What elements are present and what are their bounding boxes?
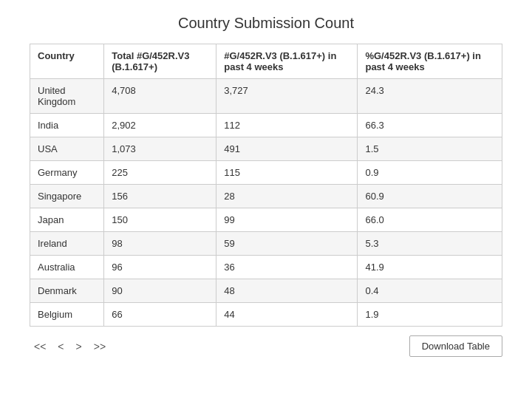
cell-total: 98 xyxy=(104,232,216,256)
cell-count4w: 99 xyxy=(216,208,358,232)
cell-total: 150 xyxy=(104,208,216,232)
cell-total: 225 xyxy=(104,161,216,185)
page-title: Country Submission Count xyxy=(178,15,354,32)
cell-count4w: 36 xyxy=(216,256,358,279)
cell-country: Ireland xyxy=(30,232,104,256)
pagination-prev-button[interactable]: < xyxy=(53,338,68,355)
cell-country: India xyxy=(30,114,104,137)
cell-count4w: 28 xyxy=(216,185,358,208)
table-row: Singapore1562860.9 xyxy=(30,185,502,208)
cell-total: 2,902 xyxy=(104,114,216,137)
cell-country: Australia xyxy=(30,256,104,279)
cell-count4w: 491 xyxy=(216,137,358,161)
cell-country: Germany xyxy=(30,161,104,185)
cell-pct4w: 5.3 xyxy=(358,232,502,256)
cell-pct4w: 66.0 xyxy=(358,208,502,232)
cell-pct4w: 24.3 xyxy=(358,79,502,114)
pagination-first-button[interactable]: << xyxy=(30,338,50,355)
cell-country: Japan xyxy=(30,208,104,232)
cell-country: Singapore xyxy=(30,185,104,208)
col-header-count4w: #G/452R.V3 (B.1.617+) in past 4 weeks xyxy=(216,44,358,79)
cell-total: 4,708 xyxy=(104,79,216,114)
cell-total: 90 xyxy=(104,279,216,303)
cell-total: 96 xyxy=(104,256,216,279)
table-row: Belgium66441.9 xyxy=(30,303,502,327)
cell-total: 1,073 xyxy=(104,137,216,161)
cell-count4w: 112 xyxy=(216,114,358,137)
cell-count4w: 3,727 xyxy=(216,79,358,114)
cell-pct4w: 1.5 xyxy=(358,137,502,161)
pagination-next-button[interactable]: > xyxy=(72,338,86,355)
table-row: Germany2251150.9 xyxy=(30,161,502,185)
col-header-country: Country xyxy=(30,44,104,79)
table-row: USA1,0734911.5 xyxy=(30,137,502,161)
table-row: Australia963641.9 xyxy=(30,256,502,279)
table-row: Denmark90480.4 xyxy=(30,279,502,303)
cell-country: United Kingdom xyxy=(30,79,104,114)
table-row: Japan1509966.0 xyxy=(30,208,502,232)
table-header-row: Country Total #G/452R.V3 (B.1.617+) #G/4… xyxy=(30,44,502,79)
cell-pct4w: 41.9 xyxy=(358,256,502,279)
cell-total: 156 xyxy=(104,185,216,208)
cell-count4w: 48 xyxy=(216,279,358,303)
download-table-button[interactable]: Download Table xyxy=(409,335,502,357)
table-row: Ireland98595.3 xyxy=(30,232,502,256)
cell-country: Belgium xyxy=(30,303,104,327)
pagination-controls: << < > >> xyxy=(30,338,110,355)
col-header-total: Total #G/452R.V3 (B.1.617+) xyxy=(104,44,216,79)
table-row: United Kingdom4,7083,72724.3 xyxy=(30,79,502,114)
cell-total: 66 xyxy=(104,303,216,327)
table-row: India2,90211266.3 xyxy=(30,114,502,137)
cell-pct4w: 60.9 xyxy=(358,185,502,208)
cell-pct4w: 0.4 xyxy=(358,279,502,303)
pagination-last-button[interactable]: >> xyxy=(89,338,110,355)
cell-count4w: 59 xyxy=(216,232,358,256)
data-table: Country Total #G/452R.V3 (B.1.617+) #G/4… xyxy=(30,44,502,327)
cell-country: Denmark xyxy=(30,279,104,303)
cell-pct4w: 66.3 xyxy=(358,114,502,137)
cell-country: USA xyxy=(30,137,104,161)
col-header-pct4w: %G/452R.V3 (B.1.617+) in past 4 weeks xyxy=(358,44,502,79)
cell-pct4w: 0.9 xyxy=(358,161,502,185)
cell-pct4w: 1.9 xyxy=(358,303,502,327)
table-footer: << < > >> Download Table xyxy=(30,335,502,357)
cell-count4w: 115 xyxy=(216,161,358,185)
cell-count4w: 44 xyxy=(216,303,358,327)
